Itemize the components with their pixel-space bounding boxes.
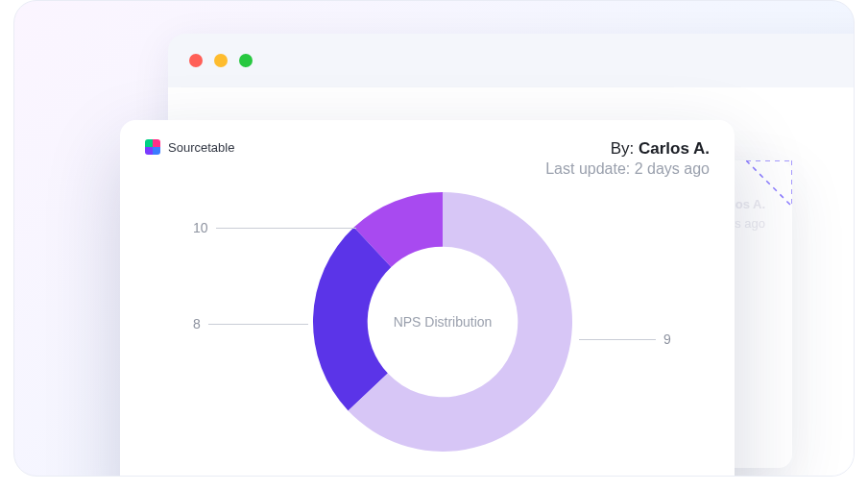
leader-line-icon <box>579 339 656 340</box>
folded-corner-icon <box>746 160 792 207</box>
leader-line-icon <box>208 324 308 325</box>
close-icon[interactable] <box>189 54 203 67</box>
zoom-icon[interactable] <box>239 54 253 67</box>
by-name: Carlos A. <box>639 139 710 158</box>
updated-value: 2 days ago <box>635 160 710 177</box>
by-prefix: By: <box>611 139 639 158</box>
callout-10-label: 10 <box>193 220 216 235</box>
byline: By: Carlos A. <box>545 139 710 159</box>
callout-8-label: 8 <box>193 316 208 331</box>
brand: Sourcetable <box>145 139 234 155</box>
card-meta: By: Carlos A. Last update: 2 days ago <box>545 139 710 178</box>
last-updated: Last update: 2 days ago <box>545 160 710 178</box>
callout-9: 9 <box>579 331 671 347</box>
callout-10: 10 <box>193 220 356 235</box>
callout-9-label: 9 <box>656 331 671 347</box>
report-card: Sourcetable By: Carlos A. Last update: 2… <box>120 120 735 477</box>
updated-prefix: Last update: <box>545 160 635 177</box>
sourcetable-logo-icon <box>145 139 160 155</box>
callout-8: 8 <box>193 316 308 331</box>
leader-line-icon <box>216 228 356 229</box>
card-header: Sourcetable By: Carlos A. Last update: 2… <box>145 139 710 178</box>
minimize-icon[interactable] <box>214 54 228 67</box>
brand-name: Sourcetable <box>168 140 234 155</box>
stage-background: By: Carlos A. Last update: 2 days ago So… <box>13 0 855 477</box>
browser-titlebar <box>168 34 855 87</box>
chart-area: NPS Distribution 10 8 9 <box>145 178 710 477</box>
